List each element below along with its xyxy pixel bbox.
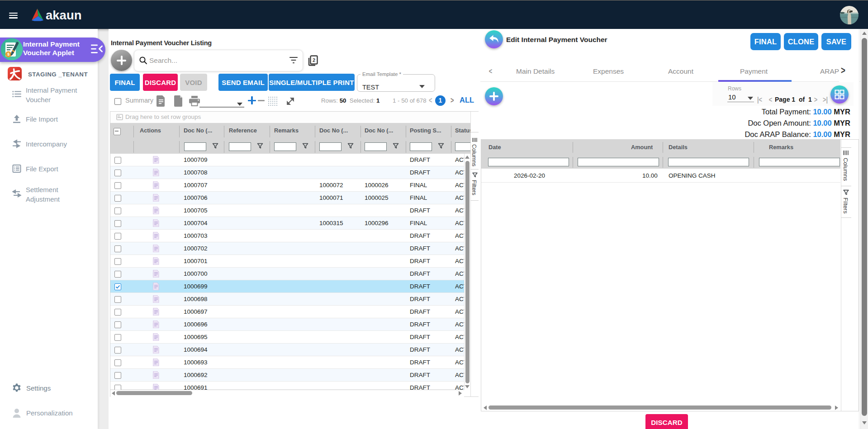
svg-text:2: 2	[313, 57, 315, 63]
svg-text:$: $	[7, 52, 9, 57]
